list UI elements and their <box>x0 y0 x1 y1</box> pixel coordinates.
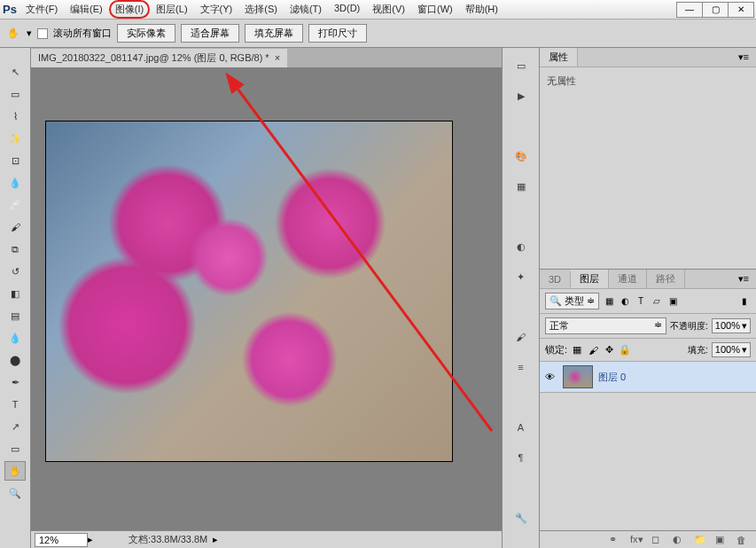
link-layers-icon[interactable]: ⚭ <box>609 534 621 545</box>
close-button[interactable]: ✕ <box>728 2 754 18</box>
properties-panel: 属性 ▾≡ 无属性 <box>540 48 756 270</box>
adjustments-panel-icon[interactable]: ◐ <box>511 238 531 255</box>
close-tab-icon[interactable]: × <box>275 52 280 63</box>
menu-image[interactable]: 图像(I) <box>109 0 150 19</box>
filter-toggle[interactable]: ▮ <box>738 295 751 308</box>
styles-panel-icon[interactable]: ✦ <box>511 268 531 286</box>
options-bar: ✋ ▾ 滚动所有窗口 实际像素 适合屏幕 填充屏幕 打印尺寸 <box>0 20 756 48</box>
menu-layer[interactable]: 图层(L) <box>150 0 193 19</box>
dodge-tool[interactable]: ⬤ <box>4 350 26 370</box>
blend-mode-select[interactable]: 正常 ≑ <box>545 317 666 334</box>
lock-transparency-icon[interactable]: ▦ <box>571 344 583 356</box>
layer-mask-icon[interactable]: ◻ <box>651 534 664 545</box>
menu-bar: Ps 文件(F) 编辑(E) 图像(I) 图层(L) 文字(Y) 选择(S) 滤… <box>0 0 756 20</box>
image-canvas[interactable] <box>45 121 453 462</box>
history-brush-tool[interactable]: ↺ <box>4 262 26 281</box>
type-tool[interactable]: T <box>4 395 26 414</box>
lock-all-icon[interactable]: 🔒 <box>619 344 631 356</box>
magic-wand-tool[interactable]: ✨ <box>4 129 26 148</box>
opacity-value: 100% <box>715 320 740 332</box>
filter-type-icon[interactable]: T <box>635 295 647 308</box>
panel-menu-icon[interactable]: ▾≡ <box>731 49 756 66</box>
menu-window[interactable]: 窗口(W) <box>411 0 459 19</box>
layer-name[interactable]: 图层 0 <box>598 371 626 384</box>
stamp-tool[interactable]: ⧉ <box>4 239 26 259</box>
menu-filter[interactable]: 滤镜(T) <box>284 0 328 19</box>
lock-position-icon[interactable]: ✥ <box>603 344 615 356</box>
actual-pixels-button[interactable]: 实际像素 <box>117 24 175 43</box>
color-panel-icon[interactable]: 🎨 <box>511 147 531 165</box>
fill-screen-button[interactable]: 填充屏幕 <box>245 24 303 43</box>
properties-tab[interactable]: 属性 <box>540 48 578 67</box>
properties-tabs: 属性 ▾≡ <box>540 48 756 67</box>
kind-filter-select[interactable]: 🔍 类型 ≑ <box>545 293 599 309</box>
zoom-tool[interactable]: 🔍 <box>4 483 26 503</box>
filter-pixel-icon[interactable]: ▦ <box>603 295 615 308</box>
path-selection-tool[interactable]: ↗ <box>4 417 26 436</box>
minimize-button[interactable]: — <box>676 2 703 18</box>
marquee-tool[interactable]: ▭ <box>4 84 26 104</box>
layer-group-icon[interactable]: 📁 <box>694 534 706 545</box>
print-size-button[interactable]: 打印尺寸 <box>308 24 367 43</box>
chevron-down-icon: ≑ <box>587 295 595 307</box>
gradient-tool[interactable]: ▤ <box>4 306 26 325</box>
chevron-down-icon: ▾ <box>742 320 747 332</box>
actions-panel-icon[interactable]: ▶ <box>511 87 531 105</box>
filter-adjust-icon[interactable]: ◐ <box>619 295 631 308</box>
document-tab[interactable]: IMG_20180322_081147.jpg@ 12% (图层 0, RGB/… <box>31 49 287 67</box>
crop-tool[interactable]: ⊡ <box>4 151 26 170</box>
brushes-panel-icon[interactable]: 🖌 <box>511 328 531 346</box>
swatches-panel-icon[interactable]: ▦ <box>511 177 531 195</box>
history-panel-icon[interactable]: ▭ <box>511 57 531 74</box>
visibility-icon[interactable]: 👁 <box>545 372 557 382</box>
shape-tool[interactable]: ▭ <box>4 439 26 458</box>
blur-tool[interactable]: 💧 <box>4 328 26 348</box>
layer-thumbnail[interactable] <box>563 365 593 388</box>
brush-presets-icon[interactable]: ≡ <box>511 358 531 376</box>
zoom-arrow-icon[interactable]: ▸ <box>88 534 93 545</box>
tab-3d[interactable]: 3D <box>540 271 571 287</box>
layer-item[interactable]: 👁 图层 0 <box>540 362 756 393</box>
paragraph-panel-icon[interactable]: ¶ <box>511 449 531 466</box>
healing-brush-tool[interactable]: 🩹 <box>4 195 26 215</box>
delete-layer-icon[interactable]: 🗑 <box>737 535 749 545</box>
scroll-all-checkbox[interactable] <box>37 28 48 39</box>
canvas-area[interactable] <box>31 67 502 530</box>
adjustment-layer-icon[interactable]: ◐ <box>673 534 685 545</box>
lock-image-icon[interactable]: 🖌 <box>587 344 599 356</box>
layers-panel-menu-icon[interactable]: ▾≡ <box>731 270 756 287</box>
dropdown-icon[interactable]: ▾ <box>27 27 32 39</box>
character-panel-icon[interactable]: A <box>511 419 531 436</box>
zoom-input[interactable]: 12% <box>35 533 88 547</box>
maximize-button[interactable]: ▢ <box>702 2 729 18</box>
tab-channels[interactable]: 通道 <box>609 270 647 288</box>
eraser-tool[interactable]: ◧ <box>4 284 26 303</box>
tab-paths[interactable]: 路径 <box>647 270 685 288</box>
filter-shape-icon[interactable]: ▱ <box>651 295 663 308</box>
lasso-tool[interactable]: ⌇ <box>4 106 26 126</box>
fill-input[interactable]: 100%▾ <box>712 342 751 357</box>
pen-tool[interactable]: ✒ <box>4 372 26 392</box>
filter-smart-icon[interactable]: ▣ <box>666 295 679 308</box>
menu-file[interactable]: 文件(F) <box>19 0 64 19</box>
document-tab-bar: IMG_20180322_081147.jpg@ 12% (图层 0, RGB/… <box>31 48 502 67</box>
menu-type[interactable]: 文字(Y) <box>194 0 239 19</box>
move-tool[interactable]: ↖ <box>4 62 26 82</box>
brush-tool[interactable]: 🖌 <box>4 217 26 237</box>
menu-help[interactable]: 帮助(H) <box>459 0 504 19</box>
menu-view[interactable]: 视图(V) <box>366 0 411 19</box>
menu-3d[interactable]: 3D(D) <box>328 0 366 19</box>
layer-style-icon[interactable]: fx▾ <box>630 534 643 545</box>
fit-screen-button[interactable]: 适合屏幕 <box>181 24 239 43</box>
hand-tool-icon: ✋ <box>5 26 21 42</box>
collapsed-panels: ▭ ▶ 🎨 ▦ ◐ ✦ 🖌 ≡ A ¶ 🔧 <box>502 48 539 548</box>
opacity-input[interactable]: 100%▾ <box>712 318 751 333</box>
hand-tool[interactable]: ✋ <box>4 461 26 481</box>
menu-select[interactable]: 选择(S) <box>238 0 284 19</box>
eyedropper-tool[interactable]: 💧 <box>4 173 26 192</box>
tools-presets-icon[interactable]: 🔧 <box>511 509 531 527</box>
status-arrow-icon[interactable]: ▸ <box>213 534 218 545</box>
menu-edit[interactable]: 编辑(E) <box>64 0 109 19</box>
tab-layers[interactable]: 图层 <box>571 270 609 288</box>
new-layer-icon[interactable]: ▣ <box>715 534 728 545</box>
